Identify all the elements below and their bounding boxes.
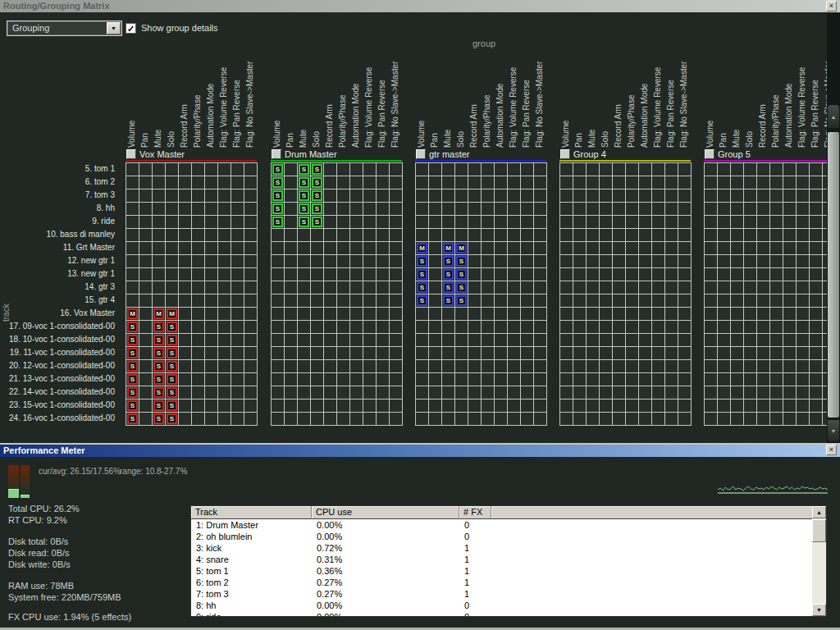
- group-matrix-cell-slave[interactable]: S: [299, 203, 309, 214]
- group-matrix-cell-slave[interactable]: S: [127, 413, 138, 424]
- group-matrix-cell-slave[interactable]: S: [127, 400, 138, 411]
- group-matrix-cell-slave[interactable]: S: [127, 335, 138, 345]
- group-matrix-cell-slave[interactable]: S: [272, 177, 283, 188]
- group-matrix-cell-master[interactable]: M: [417, 243, 427, 253]
- group-matrix-cell-slave[interactable]: S: [417, 269, 427, 280]
- group-matrix-cell-slave[interactable]: S: [153, 361, 164, 372]
- group-matrix-cell-master[interactable]: M: [456, 243, 467, 253]
- table-scrollbar-thumb[interactable]: [812, 519, 826, 542]
- group-matrix-cell-slave[interactable]: S: [167, 374, 177, 385]
- group-checkbox[interactable]: [272, 149, 281, 159]
- down-arrow-icon: ▼: [816, 607, 822, 613]
- perf-table-row[interactable]: 7: tom 30.27%1: [191, 588, 826, 600]
- group-matrix-cell-master[interactable]: M: [167, 308, 177, 319]
- column-header-label: Automation Mode: [350, 84, 361, 148]
- group-matrix-cell-slave[interactable]: S: [312, 190, 322, 201]
- table-header-cpu[interactable]: CPU use: [312, 506, 459, 519]
- column-header-label: Polarity/Phase: [337, 95, 348, 148]
- perf-table-row[interactable]: 3: kick0.72%1: [191, 542, 826, 554]
- performance-titlebar[interactable]: Performance Meter: [0, 445, 840, 457]
- group-matrix-cell-slave[interactable]: S: [456, 269, 467, 280]
- group-matrix-cell-slave[interactable]: S: [456, 256, 467, 267]
- group-matrix-cell-master[interactable]: M: [127, 308, 138, 319]
- group-name-label: Group 4: [573, 149, 606, 159]
- group-checkbox[interactable]: [560, 149, 570, 159]
- group-matrix-cell-slave[interactable]: S: [127, 361, 138, 372]
- close-icon[interactable]: ×: [826, 445, 837, 455]
- group-matrix-cell-slave[interactable]: S: [456, 282, 467, 293]
- group-matrix-cell-slave[interactable]: S: [417, 295, 427, 306]
- group-matrix-cell-slave[interactable]: S: [153, 387, 164, 398]
- group-matrix-cell-slave[interactable]: S: [299, 164, 309, 175]
- group-matrix-cell-slave[interactable]: S: [153, 413, 164, 424]
- scroll-up-button[interactable]: ▲: [828, 105, 839, 128]
- group-matrix-cell-slave[interactable]: S: [153, 374, 164, 385]
- perf-table-row[interactable]: 9: ride0.00%0: [191, 611, 826, 617]
- track-label: 16. Vox Master: [0, 307, 119, 320]
- group-matrix-cell-slave[interactable]: S: [443, 282, 454, 293]
- group-matrix-cell-slave[interactable]: S: [312, 164, 322, 175]
- group-matrix-cell-slave[interactable]: S: [167, 348, 177, 358]
- table-vertical-scrollbar[interactable]: ▲ ▼: [812, 506, 826, 616]
- group-matrix-cell-slave[interactable]: S: [127, 322, 138, 332]
- group-matrix-grid[interactable]: MMMSSSSSSSSSSSS: [415, 162, 547, 426]
- group-color-underline: [559, 160, 691, 162]
- group-matrix-cell-slave[interactable]: S: [443, 269, 454, 280]
- matrix-vertical-scrollbar[interactable]: ▲ ▼: [827, 13, 840, 443]
- table-scroll-up-button[interactable]: ▲: [812, 506, 826, 518]
- group-matrix-cell-slave[interactable]: S: [167, 400, 177, 411]
- row-fx-count: 1: [459, 588, 826, 600]
- group-matrix-cell-slave[interactable]: S: [153, 322, 164, 332]
- group-matrix-cell-slave[interactable]: S: [312, 177, 322, 188]
- group-matrix-cell-slave[interactable]: S: [272, 203, 283, 214]
- table-scroll-down-button[interactable]: ▼: [812, 604, 826, 616]
- cpu-meter-average: [21, 465, 30, 498]
- group-matrix-cell-slave[interactable]: S: [167, 361, 177, 372]
- group-matrix-cell-slave[interactable]: S: [417, 282, 427, 293]
- perf-table-row[interactable]: 1: Drum Master0.00%0: [191, 519, 826, 531]
- close-icon[interactable]: ×: [826, 1, 837, 11]
- group-matrix-cell-slave[interactable]: S: [299, 217, 309, 227]
- group-matrix-cell-slave[interactable]: S: [153, 335, 164, 345]
- group-matrix-cell-slave[interactable]: S: [127, 374, 138, 385]
- group-matrix-cell-master[interactable]: M: [153, 308, 164, 319]
- group-matrix-cell-slave[interactable]: S: [312, 203, 322, 214]
- group-matrix-grid[interactable]: [704, 162, 827, 426]
- group-matrix-cell-slave[interactable]: S: [456, 295, 467, 306]
- group-matrix-cell-master[interactable]: M: [443, 243, 454, 253]
- group-matrix-cell-slave[interactable]: S: [272, 164, 283, 175]
- perf-table-row[interactable]: 2: oh blumlein0.00%0: [191, 531, 826, 542]
- group-matrix-cell-slave[interactable]: S: [312, 217, 322, 227]
- group-checkbox[interactable]: [416, 149, 426, 159]
- perf-table-row[interactable]: 8: hh0.00%0: [191, 600, 826, 611]
- perf-table-row[interactable]: 5: tom 10.36%1: [191, 565, 826, 577]
- group-matrix-cell-slave[interactable]: S: [167, 322, 177, 332]
- matrix-scrollbar-thumb[interactable]: [828, 132, 839, 418]
- table-header-track[interactable]: Track: [191, 506, 312, 519]
- group-matrix-cell-slave[interactable]: S: [153, 348, 164, 358]
- group-matrix-cell-slave[interactable]: S: [127, 387, 138, 398]
- track-label: 7. tom 3: [0, 189, 119, 202]
- group-matrix-cell-slave[interactable]: S: [167, 413, 177, 424]
- perf-table-row[interactable]: 4: snare0.31%1: [191, 554, 826, 565]
- group-matrix-cell-slave[interactable]: S: [299, 177, 309, 188]
- group-matrix-cell-slave[interactable]: S: [443, 256, 454, 267]
- group-checkbox[interactable]: [126, 149, 136, 159]
- table-header-fx[interactable]: # FX: [459, 506, 491, 519]
- scroll-down-button[interactable]: ▼: [828, 420, 839, 441]
- group-matrix-cell-slave[interactable]: S: [272, 190, 283, 201]
- group-matrix-cell-slave[interactable]: S: [272, 217, 283, 227]
- group-matrix-grid[interactable]: [559, 162, 692, 426]
- column-header-label: Solo: [455, 131, 466, 148]
- group-matrix-cell-slave[interactable]: S: [417, 256, 427, 267]
- group-matrix-cell-slave[interactable]: S: [127, 348, 138, 358]
- group-matrix-cell-slave[interactable]: S: [153, 400, 164, 411]
- group-matrix-grid[interactable]: MMMSSSSSSSSSSSSSSSSSSSSSSSS: [126, 162, 258, 426]
- group-matrix-cell-slave[interactable]: S: [299, 190, 309, 201]
- group-matrix-cell-slave[interactable]: S: [167, 387, 177, 398]
- perf-table-row[interactable]: 6: tom 20.27%1: [191, 577, 826, 588]
- group-matrix-cell-slave[interactable]: S: [167, 335, 177, 345]
- group-matrix-cell-slave[interactable]: S: [443, 295, 454, 306]
- group-checkbox[interactable]: [705, 149, 714, 159]
- group-matrix-grid[interactable]: SSSSSSSSSSSSSSS: [271, 162, 403, 426]
